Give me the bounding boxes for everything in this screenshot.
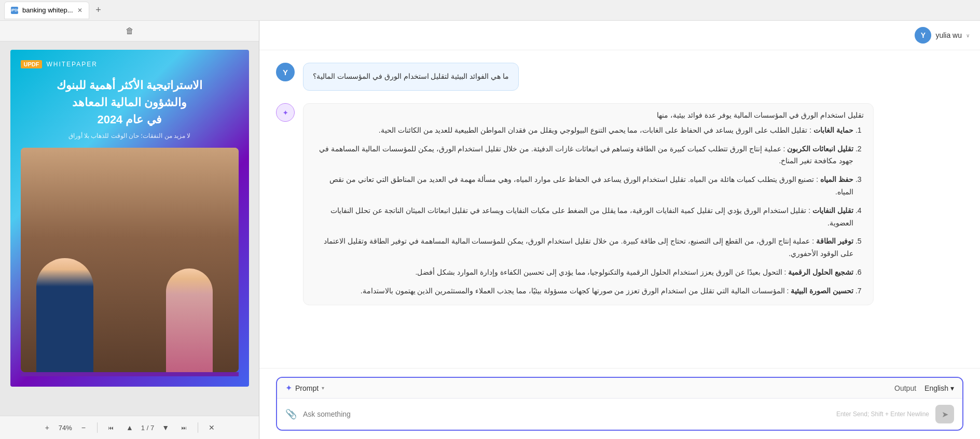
tab-close-icon[interactable]: ✕ bbox=[77, 7, 82, 14]
prompt-chevron-icon: ▾ bbox=[322, 385, 324, 391]
pdf-toolbar-top: 🗑 bbox=[0, 21, 259, 41]
prompt-label: Prompt bbox=[295, 384, 319, 392]
list-item: تحسين الصورة البيئية : المؤسسات المالية … bbox=[313, 285, 853, 298]
ai-message-row: ✦ تقليل استخدام الورق في المؤسسات المالي… bbox=[276, 103, 963, 305]
chat-messages: Y ما هي الفوائد البيئية لتقليل استخدام ا… bbox=[259, 50, 980, 368]
tab-favicon: UPDF bbox=[11, 7, 18, 14]
language-chevron-icon: ▾ bbox=[950, 384, 954, 392]
ai-message-bubble: تقليل استخدام الورق في المؤسسات المالية … bbox=[303, 103, 874, 305]
user-avatar: Y bbox=[915, 27, 931, 44]
people-image bbox=[21, 148, 239, 372]
user-chevron-icon[interactable]: ∨ bbox=[966, 33, 970, 38]
zoom-display: 74% bbox=[59, 424, 72, 432]
updf-logo: UPDF bbox=[21, 60, 43, 68]
page-down-button[interactable]: ▼ bbox=[158, 420, 173, 435]
list-item: تشجيع الحلول الرقمية : التحول بعيدًا عن … bbox=[313, 266, 853, 279]
tab-bar: UPDF banking whitep... ✕ + bbox=[0, 0, 980, 21]
ai-message-avatar: ✦ bbox=[276, 103, 295, 122]
list-item: تقليل النفايات : تقليل استخدام الورق يؤد… bbox=[313, 205, 853, 230]
list-item: حفظ المياه : تصنيع الورق يتطلب كميات هائ… bbox=[313, 174, 853, 199]
pdf-panel: 🗑 UPDF WHITEPAPER الاستراتيجية الأكثر أه… bbox=[0, 21, 259, 439]
pdf-title: الاستراتيجية الأكثر أهمية للبنوك والشؤون… bbox=[21, 77, 239, 128]
chat-input-area: ✦ Prompt ▾ Output English ▾ 📎 bbox=[259, 368, 980, 439]
whitepaper-label: WHITEPAPER bbox=[46, 61, 97, 68]
chat-header: Y yulia wu ∨ bbox=[259, 21, 980, 50]
language-label: English bbox=[924, 384, 948, 392]
toolbar-sep-1 bbox=[97, 422, 98, 433]
user-message-avatar: Y bbox=[276, 63, 295, 81]
list-item: توفير الطاقة : عملية إنتاج الورق، من الق… bbox=[313, 235, 853, 260]
page-info: 1 / 7 bbox=[141, 424, 154, 432]
user-message-row: Y ما هي الفوائد البيئية لتقليل استخدام ا… bbox=[276, 63, 963, 91]
zoom-in-button[interactable]: + bbox=[40, 420, 54, 435]
user-message-bubble: ما هي الفوائد البيئية لتقليل استخدام الو… bbox=[303, 63, 519, 91]
attach-icon[interactable]: 📎 bbox=[285, 408, 297, 420]
input-toolbar: ✦ Prompt ▾ Output English ▾ bbox=[277, 378, 962, 399]
prompt-button[interactable]: ✦ Prompt ▾ bbox=[285, 383, 324, 393]
pdf-toolbar-bottom: + 74% − ⏮ ▲ 1 / 7 ▼ ⏭ ✕ bbox=[0, 416, 259, 439]
send-icon: ➤ bbox=[942, 409, 948, 419]
page-first-button[interactable]: ⏮ bbox=[104, 420, 118, 435]
pdf-subtitle: لا مزيد من النفقات؛ حان الوقت للذهاب بلا… bbox=[21, 132, 239, 139]
input-container: ✦ Prompt ▾ Output English ▾ 📎 bbox=[276, 377, 963, 431]
input-hint: Enter Send; Shift + Enter Newline bbox=[836, 410, 929, 418]
send-button[interactable]: ➤ bbox=[935, 405, 954, 423]
list-item: تقليل انبعاثات الكربون : عملية إنتاج الو… bbox=[313, 143, 853, 168]
pdf-image-area bbox=[21, 148, 239, 372]
chat-panel: Y yulia wu ∨ Y ما هي الفوائد البيئية لتق… bbox=[259, 21, 980, 439]
page-up-button[interactable]: ▲ bbox=[122, 420, 137, 435]
user-message-text: ما هي الفوائد البيئية لتقليل استخدام الو… bbox=[313, 70, 509, 83]
page-last-button[interactable]: ⏭ bbox=[177, 420, 191, 435]
ai-logo-icon: ✦ bbox=[280, 107, 291, 118]
pdf-bottom-bar bbox=[21, 372, 239, 376]
pdf-viewer: UPDF WHITEPAPER الاستراتيجية الأكثر أهمي… bbox=[0, 41, 259, 416]
trash-icon[interactable]: 🗑 bbox=[126, 26, 134, 36]
zoom-out-button[interactable]: − bbox=[76, 420, 91, 435]
sparkle-icon: ✦ bbox=[285, 383, 292, 393]
tab-banking[interactable]: UPDF banking whitep... ✕ bbox=[4, 2, 89, 19]
toolbar-sep-2 bbox=[198, 422, 198, 433]
list-item: حماية الغابات : تقليل الطلب على الورق يس… bbox=[313, 124, 853, 137]
tab-label: banking whitep... bbox=[22, 6, 73, 14]
input-right-controls: Output English ▾ bbox=[894, 384, 954, 392]
user-name: yulia wu bbox=[935, 31, 962, 39]
language-selector[interactable]: English ▾ bbox=[924, 384, 954, 392]
pdf-logo-area: UPDF WHITEPAPER bbox=[21, 60, 239, 68]
input-field-row: 📎 Enter Send; Shift + Enter Newline ➤ bbox=[277, 399, 962, 430]
tab-add-button[interactable]: + bbox=[91, 3, 106, 18]
main-layout: 🗑 UPDF WHITEPAPER الاستراتيجية الأكثر أه… bbox=[0, 21, 980, 439]
ai-intro: تقليل استخدام الورق في المؤسسات المالية … bbox=[313, 111, 864, 119]
output-label: Output bbox=[894, 384, 916, 392]
pdf-page: UPDF WHITEPAPER الاستراتيجية الأكثر أهمي… bbox=[10, 50, 249, 387]
ai-list: حماية الغابات : تقليل الطلب على الورق يس… bbox=[313, 124, 864, 298]
close-button[interactable]: ✕ bbox=[204, 420, 219, 435]
zoom-value: 74% bbox=[59, 424, 72, 432]
svg-text:✦: ✦ bbox=[283, 109, 288, 117]
chat-input[interactable] bbox=[303, 410, 830, 418]
